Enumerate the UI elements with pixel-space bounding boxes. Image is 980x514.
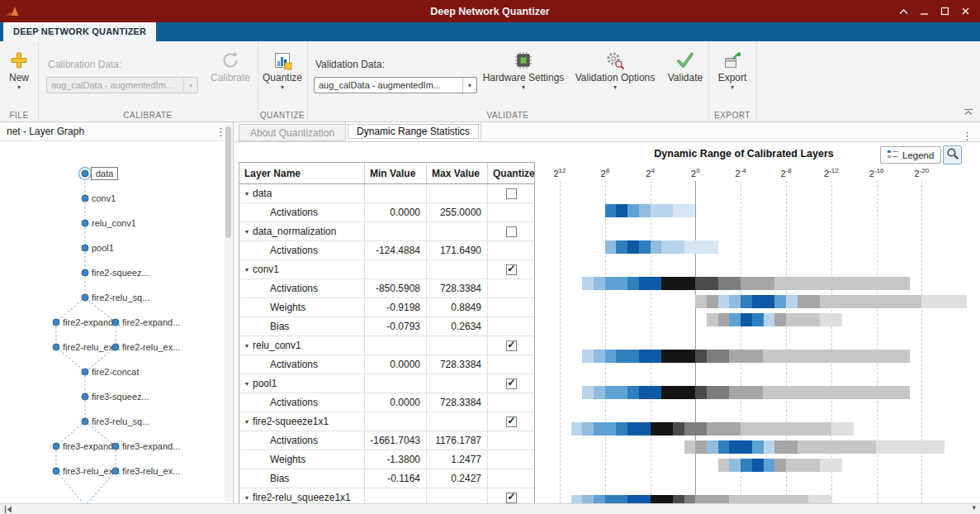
graph-node-fire2-relu_sq[interactable] [82, 294, 89, 302]
close-icon[interactable] [959, 5, 972, 18]
graph-node-fire3-squeez[interactable] [82, 393, 89, 401]
table-row-layer[interactable]: ▾conv1 [239, 260, 534, 279]
table-row-stat[interactable]: Activations0.0000255.0000 [239, 203, 534, 222]
table-row-stat[interactable]: Activations-124.4884171.6490 [239, 241, 534, 260]
table-row-stat[interactable]: Activations0.0000728.3384 [239, 393, 534, 412]
column-header-max-value[interactable]: Max Value [427, 163, 488, 183]
table-row-stat[interactable]: Activations-1661.70431176.1787 [239, 431, 534, 450]
tab-about-quantization[interactable]: About Quantization [239, 124, 346, 141]
table-row-stat[interactable]: Bias-0.11640.2427 [239, 469, 534, 488]
range-bin [831, 422, 843, 435]
minimize-icon[interactable] [917, 5, 930, 18]
table-row-stat[interactable]: Activations-850.5908728.3384 [239, 279, 534, 298]
stat-name: Activations [239, 283, 318, 294]
expand-triangle-icon[interactable]: ▾ [245, 266, 249, 274]
graph-node-fire2-squeez[interactable] [82, 269, 89, 277]
range-bin [661, 204, 673, 217]
graph-node-relu_conv1[interactable] [82, 220, 89, 227]
range-bin [831, 386, 843, 399]
range-bin [910, 295, 921, 308]
table-row-stat[interactable]: Activations0.0000728.3384 [239, 355, 534, 374]
ribbon-collapse-icon[interactable] [963, 107, 973, 118]
column-header-quantize[interactable]: Quantize [488, 163, 534, 183]
tab-dynamic-range-statistics[interactable]: Dynamic Range Statistics [345, 121, 481, 141]
expand-triangle-icon[interactable]: ▾ [245, 228, 249, 236]
maximize-icon[interactable] [938, 5, 951, 18]
range-bin [651, 277, 662, 290]
table-row-layer[interactable]: ▾fire2-relu_squeeze1x1 [239, 488, 534, 503]
graph-node-data[interactable] [82, 170, 89, 178]
table-row-layer[interactable]: ▾data [239, 184, 534, 203]
graph-node-pool1[interactable] [82, 245, 89, 252]
rollup-icon[interactable] [897, 5, 910, 18]
validation-data-combo[interactable]: aug_calData - augmentedIm... ▾ [314, 77, 477, 93]
tab-deep-network-quantizer[interactable]: DEEP NETWORK QUANTIZER [3, 22, 156, 41]
quantize-cell [488, 469, 534, 488]
range-bin [764, 440, 775, 454]
quantize-checkbox[interactable] [506, 378, 517, 389]
range-bin [888, 277, 899, 290]
scroll-down-icon[interactable]: ▾ [972, 503, 976, 512]
expand-triangle-icon[interactable]: ▾ [245, 494, 249, 502]
table-row-stat[interactable]: Bias-0.07930.2634 [239, 317, 534, 336]
expand-triangle-icon[interactable]: ▾ [245, 418, 249, 426]
validation-options-button[interactable]: Validation Options ▾ [571, 49, 659, 90]
range-bin [741, 295, 752, 308]
min-value-cell [365, 412, 427, 431]
graph-node-label: fire2-relu_ex... [122, 342, 180, 352]
new-button[interactable]: New ▾ [2, 49, 36, 90]
graph-node-fire3-relu_ex[interactable] [53, 468, 60, 475]
graph-scrollbar[interactable] [225, 125, 232, 501]
table-row-layer[interactable]: ▾pool1 [239, 374, 534, 393]
graph-scrollbar-thumb[interactable] [225, 126, 231, 238]
graph-node-fire2-expand[interactable] [112, 319, 120, 326]
chart-zoom-button[interactable] [943, 145, 962, 164]
chevron-down-icon[interactable]: ▾ [462, 78, 476, 93]
hardware-settings-button[interactable]: Hardware Settings ▾ [482, 49, 565, 90]
range-bin [842, 350, 854, 363]
quantize-checkbox[interactable] [506, 416, 517, 427]
collapse-left-icon[interactable] [3, 505, 13, 514]
table-row-layer[interactable]: ▾data_normalization [239, 222, 534, 241]
layer-graph-canvas[interactable]: dataconv1relu_conv1pool1fire2-squeez...f… [0, 141, 233, 503]
range-bin [842, 440, 854, 454]
range-bin [831, 459, 843, 472]
quantize-checkbox[interactable] [506, 493, 517, 503]
graph-node-fire3-relu_ex[interactable] [112, 468, 120, 475]
validate-button[interactable]: Validate [664, 49, 707, 83]
range-bin [808, 295, 820, 308]
graph-node-conv1[interactable] [82, 195, 89, 202]
layer-name: fire2-relu_squeeze1x1 [253, 492, 351, 503]
calibration-data-combo[interactable]: aug_calData - augmentedIm... ▾ [46, 77, 198, 93]
graph-node-fire2-expand[interactable] [53, 319, 60, 326]
graph-node-fire2-concat[interactable] [82, 369, 89, 376]
expand-triangle-icon[interactable]: ▾ [245, 342, 249, 350]
expand-triangle-icon[interactable]: ▾ [245, 190, 249, 198]
quantize-checkbox[interactable] [506, 264, 517, 275]
range-bin [842, 295, 854, 308]
quantize-checkbox[interactable] [506, 226, 517, 237]
table-row-stat[interactable]: Weights-0.91980.8849 [239, 298, 534, 317]
graph-node-fire3-expand[interactable] [112, 443, 120, 450]
legend-button[interactable]: Legend [880, 146, 941, 164]
graph-node-fire3-expand[interactable] [53, 443, 60, 450]
expand-triangle-icon[interactable]: ▾ [245, 380, 249, 388]
table-row-layer[interactable]: ▾fire2-squeeze1x1 [239, 412, 534, 431]
table-row-layer[interactable]: ▾relu_conv1 [239, 336, 534, 355]
column-header-min-value[interactable]: Min Value [365, 163, 427, 183]
quantize-checkbox[interactable] [506, 340, 517, 351]
range-bin [752, 313, 764, 326]
chevron-down-icon[interactable]: ▾ [183, 78, 197, 93]
export-button[interactable]: Export ▾ [713, 49, 751, 90]
quantize-cell [488, 393, 534, 412]
calibrate-button[interactable]: Calibrate [206, 49, 254, 83]
column-header-layer-name[interactable]: Layer Name [239, 163, 365, 183]
quantize-checkbox[interactable] [506, 188, 517, 199]
graph-node-label[interactable]: data [91, 167, 118, 180]
graph-node-fire2-relu_ex[interactable] [112, 344, 120, 351]
graph-node-fire3-relu_sq[interactable] [82, 418, 89, 426]
kebab-icon[interactable]: ⋮ [962, 131, 980, 141]
graph-node-fire2-relu_ex[interactable] [53, 344, 60, 351]
table-row-stat[interactable]: Weights-1.38001.2477 [239, 450, 534, 469]
quantize-button[interactable]: Quantize ▾ [261, 49, 304, 90]
